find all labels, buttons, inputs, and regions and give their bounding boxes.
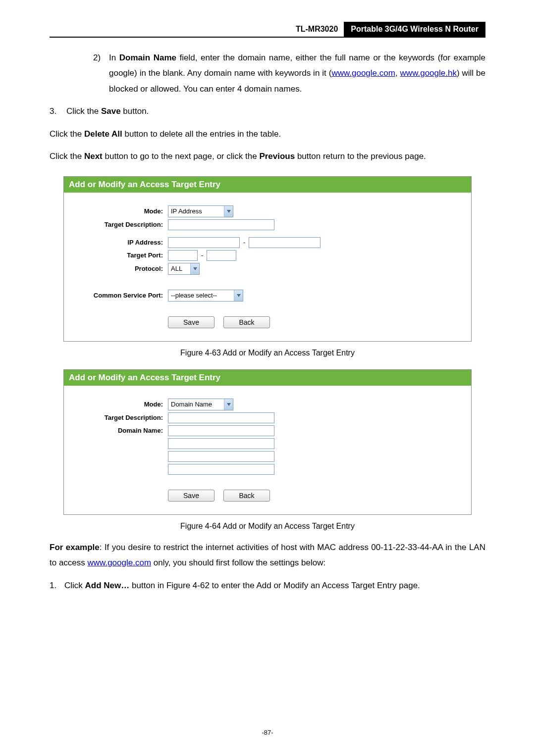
link-google-com[interactable]: www.google.com	[331, 68, 395, 78]
figure-4-63-caption: Figure 4-63 Add or Modify an Access Targ…	[50, 349, 485, 357]
list-marker: 1.	[50, 578, 64, 593]
port-start-input[interactable]	[168, 250, 198, 261]
chevron-down-icon	[224, 399, 233, 410]
mode-select-value: IP Address	[168, 207, 224, 215]
form-title: Add or Modify an Access Target Entry	[64, 177, 471, 193]
form-figure-4-63: Add or Modify an Access Target Entry Mod…	[63, 176, 472, 342]
label-domain-name: Domain Name:	[69, 427, 168, 434]
domain-name-input-2[interactable]	[168, 438, 274, 449]
range-dash: -	[200, 252, 205, 259]
next-prev-para: Click the Next button to go to the next …	[50, 149, 485, 164]
back-button[interactable]: Back	[223, 490, 270, 502]
example-para: For example: If you desire to restrict t…	[50, 540, 485, 571]
example-step-1-text: Click Add New… button in Figure 4-62 to …	[64, 578, 485, 593]
range-dash: -	[242, 239, 247, 246]
label-ip-address: IP Address:	[69, 239, 168, 246]
body-content: 2) In Domain Name field, enter the domai…	[50, 50, 485, 164]
chevron-down-icon	[234, 290, 243, 301]
common-service-port-select[interactable]: --please select--	[168, 290, 243, 302]
model-number: TL-MR3020	[290, 22, 344, 37]
ip-start-input[interactable]	[168, 237, 240, 248]
chevron-down-icon	[190, 263, 199, 274]
list-marker: 3.	[50, 103, 66, 119]
mode-select[interactable]: IP Address	[168, 205, 233, 217]
chevron-down-icon	[224, 206, 233, 217]
step-3-text: Click the Save button.	[66, 103, 485, 119]
form-figure-4-64: Add or Modify an Access Target Entry Mod…	[63, 369, 472, 515]
mode-select-value: Domain Name	[168, 401, 224, 408]
link-google-hk[interactable]: www.google.hk	[400, 68, 457, 78]
label-target-port: Target Port:	[69, 252, 168, 259]
doc-title: Portable 3G/4G Wireless N Router	[344, 22, 485, 37]
ip-end-input[interactable]	[249, 237, 321, 248]
step-2-item: 2) In Domain Name field, enter the domai…	[93, 50, 485, 97]
label-target-description: Target Description:	[69, 414, 168, 421]
csp-select-value: --please select--	[168, 292, 234, 299]
protocol-select[interactable]: ALL	[168, 263, 200, 275]
example-step-1: 1. Click Add New… button in Figure 4-62 …	[50, 578, 485, 593]
list-marker: 2)	[93, 50, 109, 97]
delete-all-para: Click the Delete All button to delete al…	[50, 126, 485, 142]
figure-4-64-caption: Figure 4-64 Add or Modify an Access Targ…	[50, 522, 485, 531]
domain-name-input-3[interactable]	[168, 451, 274, 462]
port-end-input[interactable]	[207, 250, 236, 261]
link-google-com-2[interactable]: www.google.com	[88, 558, 152, 567]
save-button[interactable]: Save	[168, 490, 214, 502]
label-common-service-port: Common Service Port:	[69, 292, 168, 299]
label-target-description: Target Description:	[69, 221, 168, 228]
label-protocol: Protocol:	[69, 265, 168, 272]
mode-select[interactable]: Domain Name	[168, 399, 233, 410]
label-mode: Mode:	[69, 207, 168, 215]
page-number: -87-	[0, 729, 535, 736]
protocol-select-value: ALL	[168, 265, 190, 272]
label-mode: Mode:	[69, 401, 168, 408]
back-button[interactable]: Back	[223, 316, 270, 328]
save-button[interactable]: Save	[168, 316, 214, 328]
page-header: TL-MR3020 Portable 3G/4G Wireless N Rout…	[50, 22, 485, 38]
target-description-input[interactable]	[168, 412, 274, 423]
domain-name-input-1[interactable]	[168, 425, 274, 436]
target-description-input[interactable]	[168, 219, 274, 230]
step-3-item: 3. Click the Save button.	[50, 103, 485, 119]
domain-name-input-4[interactable]	[168, 464, 274, 475]
form-title: Add or Modify an Access Target Entry	[64, 370, 471, 386]
step-2-text: In Domain Name field, enter the domain n…	[109, 50, 485, 97]
